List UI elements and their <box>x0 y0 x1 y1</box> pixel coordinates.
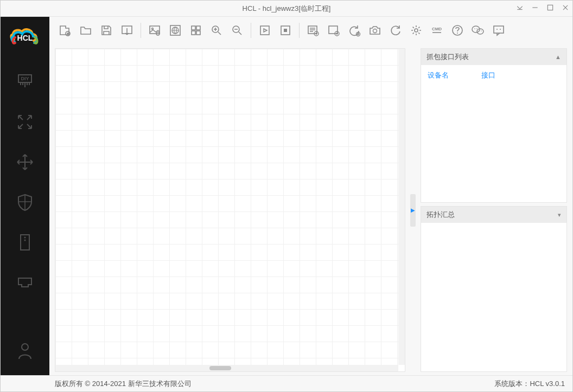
content-column: CMD ▶ 抓包接口列表 ▲ 设备名 <box>49 17 572 375</box>
topology-panel-header: 拓扑汇总 ▾ <box>421 207 566 223</box>
grid-button[interactable] <box>186 20 206 41</box>
dropdown-icon[interactable] <box>516 4 524 14</box>
sidebar-user-icon[interactable] <box>11 337 39 364</box>
zoom-out-button[interactable] <box>227 20 247 41</box>
topology-panel: 拓扑汇总 ▾ <box>421 206 567 372</box>
play-button[interactable] <box>254 20 275 41</box>
open-folder-button[interactable] <box>75 20 96 41</box>
refresh-add-button[interactable] <box>344 20 365 41</box>
svg-rect-19 <box>150 26 160 34</box>
vertical-scrollbar[interactable] <box>398 49 405 365</box>
main-container: HCL DIY <box>1 17 572 375</box>
svg-rect-24 <box>192 26 195 30</box>
sidebar-move-icon[interactable] <box>11 149 39 176</box>
canvas[interactable] <box>55 48 405 372</box>
svg-rect-30 <box>260 26 269 35</box>
svg-point-14 <box>24 237 26 239</box>
toolbar-separator <box>299 23 300 38</box>
column-device[interactable]: 设备名 <box>428 70 449 80</box>
settings-button[interactable] <box>406 20 426 41</box>
collapse-menu-icon[interactable]: ▾ <box>558 211 561 219</box>
sidebar-port-icon[interactable] <box>11 269 39 296</box>
copyright-text: 版权所有 © 2014-2021 新华三技术有限公司 <box>55 379 192 389</box>
work-area: ▶ 抓包接口列表 ▲ 设备名 接口 拓扑汇总 ▾ <box>49 44 572 375</box>
topology-panel-title: 拓扑汇总 <box>426 210 455 220</box>
export-button[interactable] <box>117 20 137 41</box>
statusbar: 版权所有 © 2014-2021 新华三技术有限公司 系统版本：HCL v3.0… <box>1 375 572 391</box>
canvas-grid <box>55 49 405 371</box>
svg-point-20 <box>152 28 154 30</box>
toolbar: CMD <box>49 17 572 44</box>
feedback-button[interactable] <box>488 20 509 41</box>
svg-point-48 <box>479 30 479 31</box>
image-button[interactable] <box>144 20 165 41</box>
toolbar-separator <box>251 23 251 38</box>
svg-point-16 <box>22 344 28 350</box>
svg-point-52 <box>500 29 501 30</box>
window-title: HCL - hcl_jewwz3[临时工程] <box>243 4 331 14</box>
version-text: 系统版本：HCL v3.0.1 <box>494 379 565 389</box>
svg-rect-50 <box>494 26 504 33</box>
svg-point-43 <box>457 33 458 34</box>
horizontal-scrollbar[interactable] <box>55 365 398 371</box>
chevron-right-icon: ▶ <box>410 194 416 227</box>
wechat-button[interactable] <box>468 20 488 41</box>
cmd-button[interactable]: CMD <box>426 20 447 41</box>
sidebar-expand-icon[interactable] <box>11 108 39 136</box>
sidebar-diy-icon[interactable]: DIY <box>11 68 39 95</box>
svg-point-38 <box>373 29 377 33</box>
capture-panel-title: 抓包接口列表 <box>426 52 469 62</box>
svg-rect-32 <box>284 29 287 32</box>
svg-point-45 <box>477 29 483 34</box>
save-button[interactable] <box>96 20 117 41</box>
capture-panel-header: 抓包接口列表 ▲ <box>421 49 566 65</box>
svg-point-15 <box>24 240 26 241</box>
column-interface[interactable]: 接口 <box>481 70 495 80</box>
svg-rect-25 <box>196 26 200 30</box>
svg-point-46 <box>474 28 475 29</box>
hcl-logo: HCL <box>6 21 44 51</box>
minimize-icon[interactable] <box>531 4 539 14</box>
capture-columns: 设备名 接口 <box>421 65 566 86</box>
sidebar: HCL DIY <box>1 17 49 375</box>
close-icon[interactable] <box>562 4 569 14</box>
svg-rect-35 <box>329 26 338 34</box>
maximize-icon[interactable] <box>546 4 554 14</box>
help-button[interactable] <box>447 20 468 41</box>
refresh-button[interactable] <box>385 20 406 41</box>
svg-text:CMD: CMD <box>432 27 442 31</box>
svg-text:DIY: DIY <box>21 76 29 81</box>
toolbar-separator <box>141 23 141 38</box>
window-controls <box>516 4 569 14</box>
camera-button[interactable] <box>365 20 385 41</box>
titlebar: HCL - hcl_jewwz3[临时工程] <box>1 1 572 17</box>
list-add-button[interactable] <box>303 20 323 41</box>
svg-point-51 <box>496 29 498 30</box>
right-panel: 抓包接口列表 ▲ 设备名 接口 拓扑汇总 ▾ <box>421 48 567 372</box>
capture-panel: 抓包接口列表 ▲ 设备名 接口 <box>421 48 567 203</box>
sidebar-server-icon[interactable] <box>11 229 39 256</box>
panel-collapse-handle[interactable]: ▶ <box>410 48 416 372</box>
svg-point-39 <box>415 29 418 32</box>
zoom-in-button[interactable] <box>206 20 227 41</box>
new-file-button[interactable] <box>55 20 75 41</box>
sidebar-shield-icon[interactable] <box>11 189 39 216</box>
svg-rect-27 <box>196 31 200 35</box>
panel-add-button[interactable] <box>323 20 344 41</box>
svg-point-49 <box>481 30 481 31</box>
svg-rect-26 <box>192 31 195 35</box>
svg-point-47 <box>476 28 478 29</box>
collapse-up-icon[interactable]: ▲ <box>555 54 561 60</box>
globe-button[interactable] <box>165 20 186 41</box>
svg-text:HCL: HCL <box>17 34 33 42</box>
stop-button[interactable] <box>275 20 296 41</box>
svg-rect-2 <box>547 5 552 10</box>
